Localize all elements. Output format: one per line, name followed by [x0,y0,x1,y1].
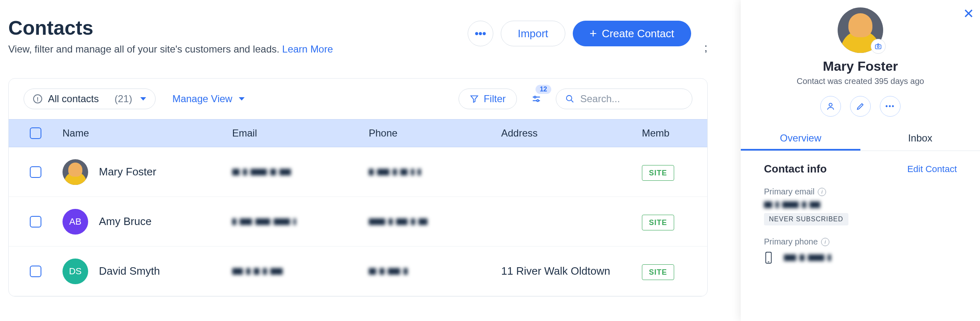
panel-action-icons: ••• [820,96,901,117]
redacted-email [232,218,369,225]
import-label: Import [518,27,548,40]
row-name-cell: Mary Foster [62,159,232,185]
header-actions: ••• Import Create Contact [468,21,691,46]
subtitle-text: View, filter and manage all of your site… [8,43,282,55]
sliders-icon [531,93,542,104]
person-icon[interactable] [820,96,841,117]
svg-point-2 [534,96,536,98]
panel-contact-subtitle: Contact was created 395 days ago [797,77,924,86]
more-icon[interactable]: ••• [880,96,901,117]
row-checkbox-cell [9,266,62,277]
chevron-down-icon [239,97,245,101]
edit-icon[interactable] [850,96,871,117]
header-member[interactable]: Memb [642,127,707,139]
view-filter-count: (21) [115,93,132,105]
row-checkbox[interactable] [30,216,41,228]
table-row[interactable]: DS David Smyth 11 River Walk Oldtown SIT… [9,247,707,296]
funnel-icon [470,94,479,103]
tab-inbox[interactable]: Inbox [860,127,980,151]
row-name-cell: AB Amy Bruce [62,209,232,235]
row-checkbox-cell [9,166,62,178]
row-checkbox[interactable] [30,166,41,178]
contacts-page: Contacts View, filter and manage all of … [0,0,741,321]
card-toolbar: ! All contacts (21) Manage View Filter [9,79,707,119]
header-email[interactable]: Email [232,127,369,139]
learn-more-link[interactable]: Learn More [282,43,333,55]
select-all-checkbox[interactable] [30,127,41,139]
primary-phone-label: Primary phone i [764,237,957,247]
panel-body: Contact info Edit Contact Primary email … [741,151,980,264]
edit-contact-link[interactable]: Edit Contact [907,164,957,175]
table-header-row: Name Email Phone Address Memb [9,119,707,147]
row-phone-cell [369,268,501,275]
header-address[interactable]: Address [501,127,642,139]
primary-phone-text: Primary phone [764,237,818,247]
stray-char: ; [704,41,707,54]
row-checkbox[interactable] [30,266,41,277]
svg-line-5 [571,100,573,102]
redacted-email [232,268,369,275]
svg-point-7 [877,46,879,48]
primary-email-text: Primary email [764,187,814,196]
manage-view-link[interactable]: Manage View [172,93,245,105]
info-icon[interactable]: i [818,188,826,196]
contact-info-header: Contact info Edit Contact [764,163,957,175]
create-contact-button[interactable]: Create Contact [573,21,691,46]
info-icon[interactable]: i [821,238,829,246]
manage-view-label: Manage View [172,93,232,105]
row-member-cell: SITE [642,265,707,278]
primary-phone-row [764,252,957,264]
contact-info-title: Contact info [764,163,827,175]
chevron-down-icon [140,97,146,101]
tab-overview[interactable]: Overview [741,127,860,151]
header-phone[interactable]: Phone [369,127,501,139]
svg-rect-6 [875,45,881,49]
page-header-left: Contacts View, filter and manage all of … [8,17,333,55]
column-settings-badge: 12 [536,85,551,94]
row-email-cell [232,268,369,275]
view-filter-label: All contacts [48,93,99,105]
subscription-chip: NEVER SUBSCRIBED [764,213,848,225]
column-settings-button[interactable]: 12 [527,89,546,108]
row-name: David Smyth [99,265,160,278]
panel-contact-name: Mary Foster [823,59,898,74]
contacts-card: ! All contacts (21) Manage View Filter [8,78,708,297]
header-checkbox-cell [9,127,62,139]
header-name[interactable]: Name [62,127,232,139]
import-button[interactable]: Import [501,21,565,46]
redacted-phone [369,268,501,275]
svg-point-4 [567,96,572,101]
svg-point-8 [829,103,832,106]
redacted-phone [369,218,501,225]
search-field[interactable] [556,89,692,109]
more-icon: ••• [475,27,486,40]
close-icon[interactable]: ✕ [963,6,974,22]
row-name: Mary Foster [99,165,156,178]
contact-detail-panel: ✕ Mary Foster Contact was created 395 da… [741,0,980,321]
more-actions-button[interactable]: ••• [468,21,493,46]
row-email-cell [232,169,369,175]
row-email-cell [232,218,369,225]
panel-tabs: Overview Inbox [741,127,980,151]
view-filter-dropdown[interactable]: ! All contacts (21) [24,89,156,109]
page-subtitle: View, filter and manage all of your site… [8,43,333,55]
table-row[interactable]: AB Amy Bruce SITE [9,197,707,247]
redacted-email [232,169,369,175]
member-badge: SITE [642,165,674,181]
filter-label: Filter [484,93,506,105]
avatar [62,159,88,185]
alert-icon: ! [33,94,42,103]
search-input[interactable] [580,93,704,105]
redacted-phone [369,169,501,175]
create-contact-label: Create Contact [602,27,674,40]
camera-icon[interactable] [871,39,886,54]
table-row[interactable]: Mary Foster SITE [9,147,707,197]
redacted-primary-email [764,201,957,208]
redacted-primary-phone [784,254,831,261]
row-member-cell: SITE [642,215,707,228]
member-badge: SITE [642,264,674,280]
avatar: AB [62,209,88,235]
row-name-cell: DS David Smyth [62,259,232,284]
filter-button[interactable]: Filter [459,89,517,109]
page-header: Contacts View, filter and manage all of … [8,17,741,55]
